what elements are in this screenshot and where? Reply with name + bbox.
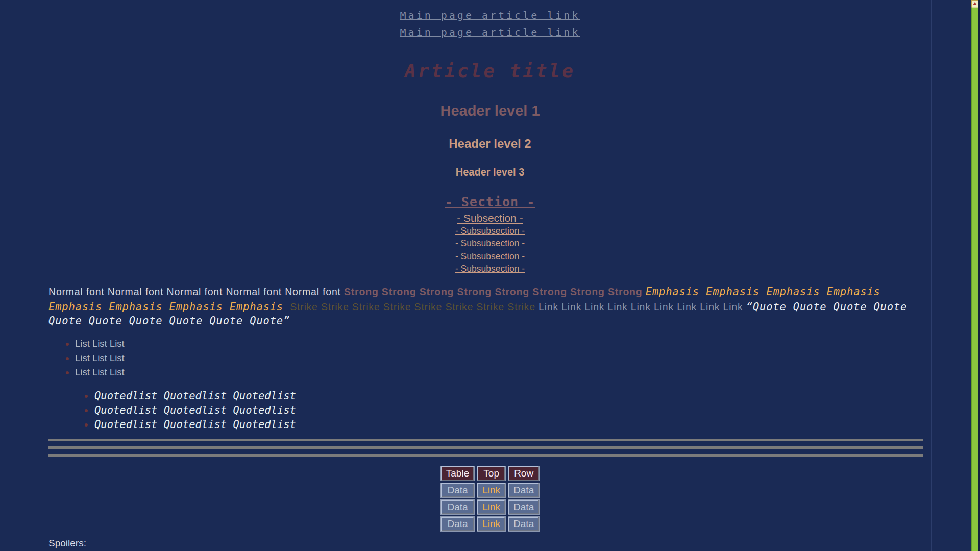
table-data-cell: Data (508, 483, 539, 497)
subsection-link[interactable]: - Subsection - (48, 212, 932, 224)
section-link[interactable]: - Section - (445, 194, 535, 210)
scrollbar-track[interactable] (971, 7, 978, 551)
table-header-cell: Table (441, 466, 474, 481)
table-link-cell: Link (477, 500, 505, 514)
table-data-cell: Data (441, 500, 474, 514)
table-data-cell: Data (441, 517, 474, 531)
horizontal-rule (48, 454, 923, 457)
list-item: List List List (75, 337, 932, 351)
table-link-cell: Link (477, 483, 505, 497)
scroll-up-arrow-icon (973, 2, 977, 5)
table-row: Data Link Data (441, 483, 539, 497)
header-level-3: Header level 3 (48, 166, 932, 178)
table-link[interactable]: Link (482, 502, 500, 512)
quoted-list-item: Quotedlist Quotedlist Quotedlist (94, 417, 932, 432)
table-data-cell: Data (508, 500, 539, 514)
article-title: Article title (48, 60, 932, 81)
table-row: Data Link Data (441, 500, 539, 514)
main-page-link-2[interactable]: Main page article link (48, 24, 932, 41)
horizontal-rules (48, 439, 932, 457)
horizontal-rule (48, 446, 923, 449)
quoted-list-item: Quotedlist Quotedlist Quotedlist (94, 389, 932, 403)
page-content: Main page article link Main page article… (0, 0, 980, 549)
table-link-cell: Link (477, 517, 505, 531)
quoted-list-item: Quotedlist Quotedlist Quotedlist (94, 403, 932, 417)
top-navigation: Main page article link Main page article… (48, 0, 932, 41)
header-level-2: Header level 2 (48, 137, 932, 151)
subsubsection-link-3[interactable]: - Subsubsection - (48, 250, 932, 263)
subsubsection-link-4[interactable]: - Subsubsection - (48, 263, 932, 276)
table-header-cell: Row (508, 466, 539, 481)
main-page-link-1[interactable]: Main page article link (48, 7, 932, 24)
quoted-list: Quotedlist Quotedlist Quotedlist Quotedl… (48, 389, 932, 432)
table-data-cell: Data (441, 483, 474, 497)
subsubsection-link-1[interactable]: - Subsubsection - (48, 224, 932, 237)
normal-font-text: Normal font Normal font Normal font Norm… (48, 286, 344, 297)
content-right-border (931, 0, 932, 551)
inline-link-text[interactable]: Link Link Link Link Link Link Link Link … (538, 301, 746, 312)
table-link[interactable]: Link (482, 518, 500, 529)
scroll-up-button[interactable] (971, 0, 978, 7)
table-link[interactable]: Link (482, 485, 500, 495)
section-navigation: - Section - - Subsection - - Subsubsecti… (48, 194, 932, 276)
strong-text: Strong Strong Strong Strong Strong Stron… (344, 286, 646, 297)
bullet-list: List List List List List List List List … (48, 337, 932, 380)
table-data-cell: Data (508, 517, 539, 531)
scrollbar[interactable] (971, 0, 978, 551)
list-item: List List List (75, 351, 932, 365)
table-header-row: Table Top Row (441, 466, 539, 481)
horizontal-rule (48, 439, 923, 441)
demo-table: Table Top Row Data Link Data Data Link D… (438, 464, 542, 534)
strikethrough-text: Strike Strike Strike Strike Strike Strik… (290, 301, 538, 312)
table-header-cell: Top (477, 466, 505, 481)
font-demo-paragraph: Normal font Normal font Normal font Norm… (48, 285, 916, 329)
spoilers-label: Spoilers: (48, 538, 932, 549)
subsubsection-link-2[interactable]: - Subsubsection - (48, 237, 932, 250)
header-level-1: Header level 1 (48, 103, 932, 119)
table-row: Data Link Data (441, 517, 539, 531)
list-item: List List List (75, 365, 932, 380)
